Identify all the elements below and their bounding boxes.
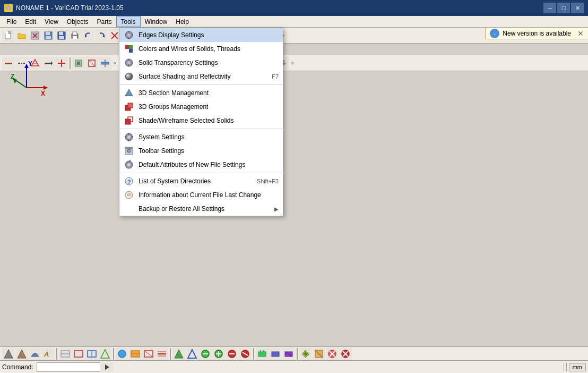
svg-point-160 [127, 135, 131, 139]
execute-button[interactable] [101, 362, 113, 372]
btb-19[interactable] [256, 347, 269, 360]
btb-11[interactable] [142, 347, 155, 360]
menu-tools[interactable]: Tools [116, 16, 141, 27]
window-title: NONAME 1 - VariCAD Trial 2023-1.05 [16, 4, 124, 12]
btb-21[interactable] [282, 347, 295, 360]
notification-text: New version is available [503, 30, 571, 37]
btb-6[interactable] [72, 347, 85, 360]
btb-14[interactable] [186, 347, 198, 360]
svg-rect-161 [128, 133, 129, 134]
menu-system-settings[interactable]: System Settings [119, 130, 283, 144]
close-button[interactable]: ✕ [571, 3, 584, 13]
backup-restore-icon [124, 204, 134, 214]
menu-backup-restore[interactable]: Backup or Restore All Settings ▶ [119, 202, 283, 216]
svg-rect-142 [125, 34, 126, 35]
tb2-overflow[interactable]: » [112, 60, 117, 66]
notification-bar: ↓ New version is available ✕ [485, 28, 588, 39]
tb-new[interactable] [2, 29, 15, 42]
menu-edges-display[interactable]: Edges Display Settings [119, 28, 283, 42]
btb-18[interactable] [239, 347, 252, 360]
tb2-overflow3[interactable]: » [290, 60, 295, 66]
svg-marker-93 [4, 350, 13, 358]
btb-7[interactable] [85, 347, 98, 360]
command-label: Command: [2, 363, 33, 371]
maximize-button[interactable]: □ [557, 3, 570, 13]
minimize-button[interactable]: ─ [543, 3, 556, 13]
btb-9[interactable] [116, 347, 128, 360]
svg-rect-163 [125, 136, 126, 137]
tb-open[interactable] [15, 29, 28, 42]
btb-20[interactable] [269, 347, 282, 360]
btb-4[interactable]: A [42, 347, 55, 360]
btb-2[interactable] [15, 347, 28, 360]
btb-5[interactable] [59, 347, 72, 360]
tb-close[interactable] [29, 29, 41, 42]
shade-wireframe-icon [124, 115, 134, 126]
menu-last-change[interactable]: Information about Current File Last Chan… [119, 188, 283, 202]
tb-undo[interactable] [82, 29, 94, 42]
tb2-6[interactable] [72, 57, 85, 70]
last-change-label: Information about Current File Last Chan… [139, 191, 279, 199]
btb-15[interactable] [199, 347, 212, 360]
svg-rect-166 [125, 147, 133, 149]
tb-save-as[interactable] [42, 29, 55, 42]
status-bar: Command: mm [0, 360, 588, 373]
menu-toolbar-settings[interactable]: Toolbar Settings [119, 144, 283, 158]
title-left: NONAME 1 - VariCAD Trial 2023-1.05 [4, 4, 124, 12]
notification-close[interactable]: ✕ [577, 29, 584, 38]
backup-restore-arrow: ▶ [274, 206, 279, 212]
tb2-7[interactable] [85, 57, 98, 70]
menu-colors-wires[interactable]: Colors and Wires of Solids, Threads [119, 42, 283, 56]
menu-objects[interactable]: Objects [63, 16, 93, 27]
btb-22[interactable] [299, 347, 312, 360]
menu-help[interactable]: Help [171, 16, 193, 27]
system-settings-label: System Settings [139, 133, 279, 141]
svg-rect-17 [73, 36, 77, 39]
menu-edit[interactable]: Edit [21, 16, 40, 27]
menu-surface-shading[interactable]: Surface Shading and Reflectivity F7 [119, 70, 283, 83]
menu-default-attrs[interactable]: Default Attributes of New File Settings [119, 158, 283, 172]
tb-redo[interactable] [95, 29, 108, 42]
menu-divider-3 [119, 173, 283, 173]
btb-12[interactable] [155, 347, 168, 360]
btb-24[interactable] [326, 347, 339, 360]
svg-rect-145 [129, 49, 133, 53]
btb-17[interactable] [226, 347, 238, 360]
menu-shade-wireframe[interactable]: Shade/Wireframe Selected Solids [119, 114, 283, 128]
tb-save[interactable] [55, 29, 68, 42]
menu-list-dirs[interactable]: ? List of System Directories Shift+F3 [119, 174, 283, 188]
menu-window[interactable]: Window [141, 16, 172, 27]
default-attrs-icon [124, 159, 134, 170]
menu-3d-section[interactable]: 3D Section Management [119, 86, 283, 100]
btb-25[interactable] [339, 347, 352, 360]
btb-sep3 [170, 348, 171, 360]
menu-divider-1 [119, 84, 283, 85]
menu-solid-transparency[interactable]: Solid Transparency Settings [119, 56, 283, 70]
btb-8[interactable] [99, 347, 111, 360]
svg-rect-1 [7, 6, 10, 10]
menu-file[interactable]: File [2, 16, 21, 27]
btb-1[interactable] [2, 347, 15, 360]
tb-print[interactable] [68, 29, 81, 42]
window-controls[interactable]: ─ □ ✕ [543, 3, 584, 13]
menu-3d-groups[interactable]: 3D Groups Management [119, 100, 283, 114]
btb-13[interactable] [172, 347, 185, 360]
svg-text:Y: Y [28, 60, 32, 67]
command-input[interactable] [37, 362, 100, 372]
btb-sep5 [297, 348, 298, 360]
menu-parts[interactable]: Parts [93, 16, 116, 27]
btb-10[interactable] [129, 347, 142, 360]
toolbar-2: » » ? » [0, 55, 588, 71]
svg-marker-110 [175, 350, 183, 358]
tb2-5[interactable] [55, 57, 68, 70]
svg-line-57 [89, 60, 95, 66]
menu-view[interactable]: View [40, 16, 63, 27]
notification-icon: ↓ [490, 29, 499, 38]
3d-section-icon [124, 88, 134, 98]
btb-16[interactable] [212, 347, 225, 360]
svg-text:A: A [44, 350, 49, 358]
default-attrs-label: Default Attributes of New File Settings [139, 161, 279, 168]
tb2-8[interactable] [99, 57, 111, 70]
btb-23[interactable] [313, 347, 325, 360]
btb-3[interactable] [29, 347, 41, 360]
